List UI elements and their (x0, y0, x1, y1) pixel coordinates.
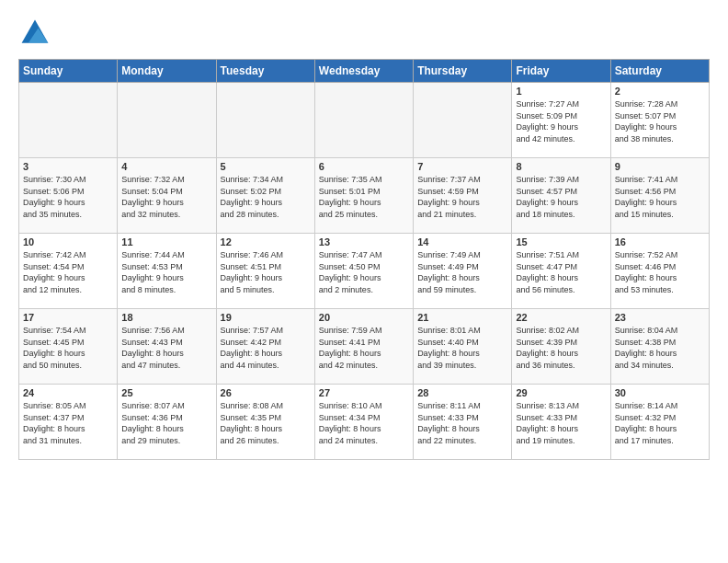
day-info: Sunrise: 7:34 AM Sunset: 5:02 PM Dayligh… (221, 174, 311, 220)
logo (18, 17, 55, 50)
day-number: 30 (615, 387, 705, 398)
calendar-cell: 16Sunrise: 7:52 AM Sunset: 4:46 PM Dayli… (610, 234, 709, 309)
calendar-cell: 20Sunrise: 7:59 AM Sunset: 4:41 PM Dayli… (314, 309, 413, 385)
calendar-cell: 22Sunrise: 8:02 AM Sunset: 4:39 PM Dayli… (512, 309, 610, 385)
day-info: Sunrise: 7:57 AM Sunset: 4:42 PM Dayligh… (221, 325, 311, 371)
calendar-cell: 13Sunrise: 7:47 AM Sunset: 4:50 PM Dayli… (314, 234, 413, 309)
week-row-2: 3Sunrise: 7:30 AM Sunset: 5:06 PM Daylig… (19, 158, 710, 234)
day-number: 26 (221, 387, 311, 398)
calendar-cell: 23Sunrise: 8:04 AM Sunset: 4:38 PM Dayli… (610, 309, 709, 385)
day-info: Sunrise: 7:39 AM Sunset: 4:57 PM Dayligh… (516, 174, 606, 220)
day-number: 21 (417, 312, 507, 323)
day-number: 4 (121, 161, 211, 172)
day-info: Sunrise: 7:47 AM Sunset: 4:50 PM Dayligh… (319, 249, 409, 295)
day-number: 20 (319, 312, 409, 323)
day-info: Sunrise: 7:41 AM Sunset: 4:56 PM Dayligh… (615, 174, 705, 220)
weekday-header-monday: Monday (118, 60, 216, 83)
week-row-5: 24Sunrise: 8:05 AM Sunset: 4:37 PM Dayli… (19, 385, 710, 460)
day-number: 18 (121, 312, 211, 323)
week-row-3: 10Sunrise: 7:42 AM Sunset: 4:54 PM Dayli… (19, 234, 710, 309)
day-info: Sunrise: 8:14 AM Sunset: 4:32 PM Dayligh… (615, 400, 705, 446)
day-info: Sunrise: 7:56 AM Sunset: 4:43 PM Dayligh… (121, 325, 211, 371)
day-info: Sunrise: 7:28 AM Sunset: 5:07 PM Dayligh… (615, 98, 705, 144)
day-number: 14 (417, 236, 507, 247)
calendar-cell: 4Sunrise: 7:32 AM Sunset: 5:04 PM Daylig… (118, 158, 216, 234)
weekday-header-row: SundayMondayTuesdayWednesdayThursdayFrid… (19, 60, 710, 83)
calendar-cell (118, 83, 216, 158)
day-info: Sunrise: 7:32 AM Sunset: 5:04 PM Dayligh… (121, 174, 211, 220)
calendar-cell: 26Sunrise: 8:08 AM Sunset: 4:35 PM Dayli… (216, 385, 314, 460)
calendar-cell: 9Sunrise: 7:41 AM Sunset: 4:56 PM Daylig… (610, 158, 709, 234)
day-info: Sunrise: 7:27 AM Sunset: 5:09 PM Dayligh… (516, 98, 606, 144)
day-number: 3 (23, 161, 113, 172)
day-info: Sunrise: 8:07 AM Sunset: 4:36 PM Dayligh… (121, 400, 211, 446)
calendar-cell (19, 83, 118, 158)
day-number: 23 (615, 312, 705, 323)
day-number: 27 (319, 387, 409, 398)
day-info: Sunrise: 7:35 AM Sunset: 5:01 PM Dayligh… (319, 174, 409, 220)
day-number: 10 (23, 236, 113, 247)
calendar-cell: 7Sunrise: 7:37 AM Sunset: 4:59 PM Daylig… (414, 158, 512, 234)
day-number: 25 (121, 387, 211, 398)
day-info: Sunrise: 7:52 AM Sunset: 4:46 PM Dayligh… (615, 249, 705, 295)
day-number: 7 (417, 161, 507, 172)
calendar-cell: 11Sunrise: 7:44 AM Sunset: 4:53 PM Dayli… (118, 234, 216, 309)
weekday-header-sunday: Sunday (19, 60, 118, 83)
day-info: Sunrise: 7:30 AM Sunset: 5:06 PM Dayligh… (23, 174, 113, 220)
day-info: Sunrise: 7:54 AM Sunset: 4:45 PM Dayligh… (23, 325, 113, 371)
day-number: 5 (221, 161, 311, 172)
weekday-header-thursday: Thursday (414, 60, 512, 83)
day-number: 11 (121, 236, 211, 247)
calendar-cell: 27Sunrise: 8:10 AM Sunset: 4:34 PM Dayli… (314, 385, 413, 460)
calendar-cell: 3Sunrise: 7:30 AM Sunset: 5:06 PM Daylig… (19, 158, 118, 234)
day-number: 2 (615, 86, 705, 97)
calendar-cell: 19Sunrise: 7:57 AM Sunset: 4:42 PM Dayli… (216, 309, 314, 385)
day-number: 19 (221, 312, 311, 323)
calendar-cell (414, 83, 512, 158)
day-info: Sunrise: 8:10 AM Sunset: 4:34 PM Dayligh… (319, 400, 409, 446)
calendar-cell (314, 83, 413, 158)
day-info: Sunrise: 8:08 AM Sunset: 4:35 PM Dayligh… (221, 400, 311, 446)
calendar-cell: 10Sunrise: 7:42 AM Sunset: 4:54 PM Dayli… (19, 234, 118, 309)
calendar-cell: 6Sunrise: 7:35 AM Sunset: 5:01 PM Daylig… (314, 158, 413, 234)
day-number: 28 (417, 387, 507, 398)
day-info: Sunrise: 7:46 AM Sunset: 4:51 PM Dayligh… (221, 249, 311, 295)
day-number: 12 (221, 236, 311, 247)
day-info: Sunrise: 7:51 AM Sunset: 4:47 PM Dayligh… (516, 249, 606, 295)
calendar-cell: 30Sunrise: 8:14 AM Sunset: 4:32 PM Dayli… (610, 385, 709, 460)
logo-icon (18, 17, 51, 50)
calendar-cell: 25Sunrise: 8:07 AM Sunset: 4:36 PM Dayli… (118, 385, 216, 460)
calendar-cell: 8Sunrise: 7:39 AM Sunset: 4:57 PM Daylig… (512, 158, 610, 234)
calendar-cell: 2Sunrise: 7:28 AM Sunset: 5:07 PM Daylig… (610, 83, 709, 158)
calendar-cell: 24Sunrise: 8:05 AM Sunset: 4:37 PM Dayli… (19, 385, 118, 460)
day-number: 22 (516, 312, 606, 323)
weekday-header-friday: Friday (512, 60, 610, 83)
day-info: Sunrise: 7:49 AM Sunset: 4:49 PM Dayligh… (417, 249, 507, 295)
calendar-cell: 14Sunrise: 7:49 AM Sunset: 4:49 PM Dayli… (414, 234, 512, 309)
calendar-cell: 21Sunrise: 8:01 AM Sunset: 4:40 PM Dayli… (414, 309, 512, 385)
day-number: 1 (516, 86, 606, 97)
calendar-cell: 1Sunrise: 7:27 AM Sunset: 5:09 PM Daylig… (512, 83, 610, 158)
day-number: 6 (319, 161, 409, 172)
day-info: Sunrise: 7:44 AM Sunset: 4:53 PM Dayligh… (121, 249, 211, 295)
day-info: Sunrise: 8:01 AM Sunset: 4:40 PM Dayligh… (417, 325, 507, 371)
day-number: 8 (516, 161, 606, 172)
calendar-cell (216, 83, 314, 158)
day-info: Sunrise: 8:11 AM Sunset: 4:33 PM Dayligh… (417, 400, 507, 446)
calendar-cell: 12Sunrise: 7:46 AM Sunset: 4:51 PM Dayli… (216, 234, 314, 309)
calendar-cell: 17Sunrise: 7:54 AM Sunset: 4:45 PM Dayli… (19, 309, 118, 385)
day-number: 9 (615, 161, 705, 172)
calendar-cell: 29Sunrise: 8:13 AM Sunset: 4:33 PM Dayli… (512, 385, 610, 460)
weekday-header-tuesday: Tuesday (216, 60, 314, 83)
day-number: 24 (23, 387, 113, 398)
day-info: Sunrise: 7:42 AM Sunset: 4:54 PM Dayligh… (23, 249, 113, 295)
calendar-cell: 28Sunrise: 8:11 AM Sunset: 4:33 PM Dayli… (414, 385, 512, 460)
calendar-cell: 15Sunrise: 7:51 AM Sunset: 4:47 PM Dayli… (512, 234, 610, 309)
day-info: Sunrise: 8:13 AM Sunset: 4:33 PM Dayligh… (516, 400, 606, 446)
day-info: Sunrise: 8:02 AM Sunset: 4:39 PM Dayligh… (516, 325, 606, 371)
day-info: Sunrise: 8:04 AM Sunset: 4:38 PM Dayligh… (615, 325, 705, 371)
day-number: 17 (23, 312, 113, 323)
calendar: SundayMondayTuesdayWednesdayThursdayFrid… (18, 59, 710, 460)
weekday-header-saturday: Saturday (610, 60, 709, 83)
calendar-cell: 5Sunrise: 7:34 AM Sunset: 5:02 PM Daylig… (216, 158, 314, 234)
